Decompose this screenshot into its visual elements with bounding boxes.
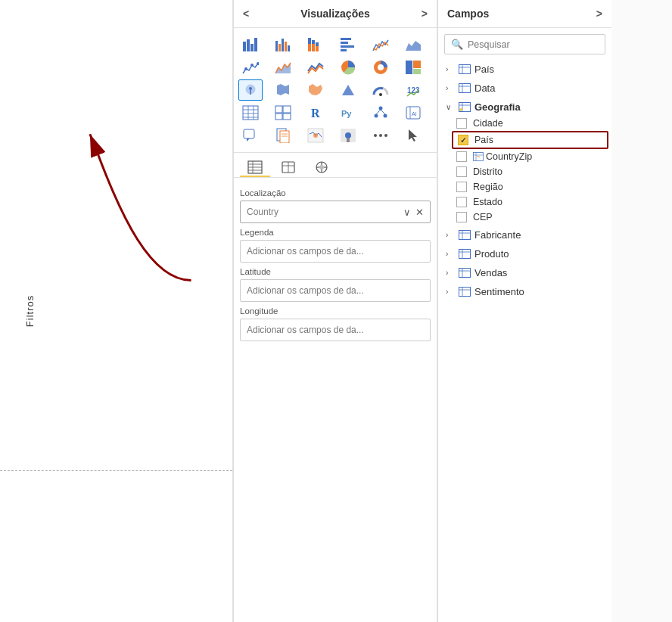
checkbox-cidade[interactable] [456, 118, 467, 129]
svg-marker-69 [409, 129, 417, 142]
campos-group-vendas-header[interactable]: › Vendas [441, 264, 608, 281]
viz-right-arrow[interactable]: > [422, 8, 428, 20]
campos-item-distrito[interactable]: Distrito [452, 164, 608, 179]
campos-panel: Campos > 🔍 › [437, 0, 611, 622]
campos-group-data: › Data [441, 79, 608, 97]
legenda-placeholder: Adicionar os campos de da... [247, 246, 424, 257]
campos-item-cep[interactable]: CEP [452, 210, 608, 225]
svg-point-66 [374, 134, 377, 137]
svg-rect-3 [250, 44, 254, 51]
campos-item-regiao[interactable]: Região [452, 179, 608, 194]
checkbox-countryzip[interactable] [456, 151, 467, 162]
svg-rect-16 [341, 38, 351, 40]
svg-rect-4 [254, 38, 257, 51]
checkbox-pais-geo[interactable] [458, 135, 468, 145]
chevron-right-pais: › [446, 65, 455, 73]
table-icon-produto [458, 249, 471, 260]
viz-icons-grid: 123 [234, 28, 437, 153]
country-field-icons[interactable]: ∨ ✕ [403, 207, 424, 218]
viz-icon-map2[interactable] [303, 125, 328, 146]
viz-icon-filled-map[interactable] [271, 79, 295, 101]
svg-rect-12 [312, 40, 315, 44]
svg-rect-97 [459, 231, 471, 240]
campos-item-cep-name: CEP [473, 212, 493, 222]
svg-point-48 [379, 107, 383, 110]
viz-icon-combo[interactable] [271, 57, 295, 78]
viz-tab-fields[interactable] [240, 156, 270, 177]
viz-icon-ai-visual[interactable]: AI [401, 102, 425, 123]
viz-icon-speech[interactable] [238, 125, 263, 146]
checkbox-regiao[interactable] [456, 182, 467, 192]
viz-icon-nav-arrow[interactable] [336, 79, 360, 101]
viz-left-arrow[interactable]: < [243, 8, 249, 20]
campos-item-pais-geo[interactable]: País [452, 131, 608, 149]
viz-icon-horizontal-bar[interactable] [336, 34, 360, 55]
expand-icon[interactable]: ∨ [403, 207, 411, 218]
viz-icon-kpi[interactable]: 123 [401, 79, 425, 101]
search-input[interactable] [468, 39, 599, 50]
svg-line-52 [381, 110, 385, 114]
viz-tab-analytics[interactable] [306, 156, 337, 177]
chevron-right-data: › [446, 84, 455, 92]
checkbox-estado[interactable] [456, 197, 467, 207]
campos-group-produto: › Produto [441, 245, 608, 263]
viz-icon-bar[interactable] [238, 34, 263, 55]
campos-item-cidade[interactable]: Cidade [452, 116, 608, 131]
svg-point-79 [319, 165, 324, 169]
viz-icon-ribbon[interactable] [303, 57, 328, 78]
campos-group-geografia-header[interactable]: ∨ Geografia [441, 98, 608, 116]
legenda-field-box[interactable]: Adicionar os campos de da... [240, 240, 431, 263]
campos-item-countryzip-name: CountryZip [486, 151, 532, 162]
viz-icon-line[interactable] [369, 34, 393, 55]
viz-icon-cursor[interactable] [401, 125, 425, 146]
campos-group-fabricante: › Fabricante [441, 226, 608, 244]
campos-right-arrow[interactable]: > [596, 8, 602, 20]
campos-geografia-items: Cidade País [441, 116, 608, 225]
checkbox-distrito[interactable] [456, 166, 467, 177]
viz-icon-donut[interactable] [369, 57, 393, 78]
table-icon-sentimento [458, 287, 471, 297]
viz-icon-paint[interactable] [336, 125, 360, 146]
viz-icon-table[interactable] [238, 102, 263, 123]
viz-icon-shape-map[interactable] [303, 79, 328, 101]
checkbox-cep[interactable] [456, 212, 467, 222]
visualizacoes-title: Visualizações [300, 8, 370, 20]
chevron-right-sentimento: › [446, 288, 455, 296]
viz-icon-map[interactable] [238, 79, 263, 101]
viz-icon-clustered-bar[interactable] [271, 34, 295, 55]
longitude-field-box[interactable]: Adicionar os campos de da... [240, 319, 431, 341]
viz-icon-decomp[interactable] [369, 102, 393, 123]
campos-item-pais-geo-name: País [474, 135, 493, 145]
viz-tab-format[interactable] [273, 156, 303, 177]
viz-icon-gauge[interactable] [369, 79, 393, 101]
longitude-placeholder: Adicionar os campos de da... [247, 325, 424, 335]
campos-item-countryzip[interactable]: CountryZip [452, 149, 608, 164]
viz-tabs [234, 153, 437, 178]
latitude-placeholder: Adicionar os campos de da... [247, 285, 424, 296]
viz-icon-stacked-bar[interactable] [303, 34, 328, 55]
campos-group-pais-header[interactable]: › País [441, 61, 608, 78]
campos-group-data-header[interactable]: › Data [441, 79, 608, 97]
latitude-field-box[interactable]: Adicionar os campos de da... [240, 279, 431, 302]
viz-icon-treemap[interactable] [401, 57, 425, 78]
viz-icon-paginated[interactable] [271, 125, 295, 146]
viz-icon-r[interactable]: R [303, 102, 328, 123]
svg-rect-84 [459, 65, 471, 74]
country-field-box[interactable]: Country ∨ ✕ [240, 201, 431, 223]
svg-rect-11 [308, 44, 311, 51]
viz-icon-scatter[interactable] [238, 57, 263, 78]
campos-group-sentimento-header[interactable]: › Sentimento [441, 283, 608, 300]
campos-group-fabricante-header[interactable]: › Fabricante [441, 226, 608, 244]
svg-rect-15 [316, 46, 319, 51]
campos-group-produto-header[interactable]: › Produto [441, 245, 608, 263]
chevron-right-vendas: › [446, 269, 455, 277]
svg-rect-65 [347, 138, 350, 142]
svg-rect-29 [413, 61, 421, 68]
viz-icon-pie[interactable] [336, 57, 360, 78]
viz-icon-area[interactable] [401, 34, 425, 55]
viz-icon-matrix[interactable] [271, 102, 295, 123]
viz-icon-more[interactable] [369, 125, 393, 146]
campos-item-estado[interactable]: Estado [452, 194, 608, 210]
remove-icon[interactable]: ✕ [415, 207, 424, 218]
viz-icon-py[interactable]: Py [336, 102, 360, 123]
